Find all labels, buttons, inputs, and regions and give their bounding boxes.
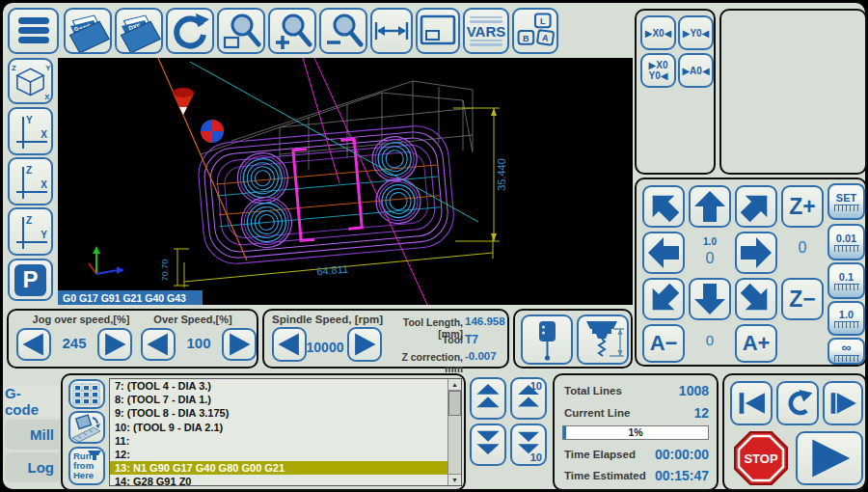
right-triangle-icon (100, 331, 129, 358)
scroll-up-10-button[interactable]: 10 (510, 377, 547, 420)
zero-axes-panel: ▶X0◀ ▶Y0◀ ▶X0Y0◀ ▶A0◀ (635, 9, 716, 175)
scrollbar-up-arrow[interactable]: ▲ (448, 379, 461, 391)
grid-icon (71, 382, 102, 407)
rewind-to-start-button[interactable] (730, 381, 773, 425)
over-speed-up-button[interactable] (222, 328, 257, 361)
zero-y-button[interactable]: ▶Y0◀ (678, 15, 714, 50)
gcode-scrollbar[interactable]: ▲ ▼ (448, 379, 461, 485)
zero-a-button[interactable]: ▶A0◀ (678, 53, 714, 88)
current-line-value: 12 (693, 405, 709, 421)
jog-speed-up-button[interactable] (97, 328, 132, 361)
gcode-line-current[interactable]: 13: N1 G90 G17 G40 G80 G00 G21 (110, 461, 448, 475)
svg-text:B: B (523, 34, 529, 43)
tab-mill[interactable]: Mill (5, 420, 60, 450)
over-speed-down-button[interactable] (141, 328, 176, 361)
open-dxf-button[interactable]: DXF (115, 8, 163, 54)
gcode-line[interactable]: 9: (TOOL 8 - DIA 3.175) (110, 406, 448, 420)
axis-triad (89, 246, 124, 274)
vars-button[interactable]: VARS (463, 8, 509, 54)
run-from-here-button[interactable]: Run from Here (68, 447, 105, 485)
zoom-in-button[interactable] (268, 8, 316, 54)
left-triangle-icon (275, 331, 304, 358)
gcode-line[interactable]: 11: (110, 434, 448, 448)
step-10-button[interactable]: 1.0 (827, 301, 865, 336)
jog-a-value: 0 (689, 332, 731, 357)
zero-xy-button[interactable]: ▶X0Y0◀ (640, 53, 676, 88)
park-button[interactable]: P (8, 259, 53, 301)
svg-text:L: L (540, 16, 546, 26)
zoom-window-button[interactable] (217, 8, 265, 54)
step-001-button[interactable]: 0.01 (827, 224, 865, 260)
jog-x-plus-button[interactable] (735, 232, 777, 274)
start-button[interactable] (796, 431, 863, 485)
jog-speed-down-button[interactable] (16, 328, 51, 361)
jog-down-right-button[interactable] (735, 278, 777, 320)
step-continuous-button[interactable]: ∞ (827, 338, 865, 365)
measure-button[interactable] (370, 8, 413, 54)
view-xz-button[interactable]: Z X (8, 157, 53, 205)
jog-a-plus-button[interactable]: A+ (735, 324, 777, 363)
rotate-workpiece-button[interactable] (68, 411, 105, 444)
spindle-speed-down-button[interactable] (272, 327, 307, 362)
reset-program-button[interactable] (776, 381, 819, 425)
stop-button[interactable]: STOP (732, 429, 790, 487)
single-step-button[interactable] (823, 381, 863, 425)
jog-over-speed-label: Jog over speed,[%] (18, 314, 144, 325)
open-gcode-button[interactable]: G-code (64, 8, 112, 54)
gcode-line[interactable]: 12: (110, 448, 448, 461)
jog-z-minus-button[interactable]: Z− (781, 278, 824, 320)
gcode-line[interactable]: 14: G28 G91 Z0 (110, 475, 448, 488)
dim-side-label: 70.70 (160, 260, 170, 282)
run-from-here-icon (88, 451, 101, 460)
jog-a-minus-button[interactable]: A− (642, 324, 685, 363)
tab-log[interactable]: Log (5, 452, 60, 482)
jog-z-plus-button[interactable]: Z+ (781, 185, 824, 228)
keyboard-button[interactable]: L B A (512, 8, 558, 54)
refresh-view-button[interactable] (166, 8, 214, 54)
jog-x-minus-button[interactable] (642, 232, 685, 274)
over-speed-value: 100 (177, 335, 220, 351)
view-iso-button[interactable]: Z Y X (8, 58, 53, 104)
probe-tool-button[interactable] (521, 314, 573, 365)
scrollbar-down-arrow[interactable]: ▼ (448, 474, 461, 485)
tab-gcode[interactable]: G-code (5, 386, 60, 417)
svg-text:A: A (542, 33, 550, 43)
jog-y-plus-button[interactable] (689, 185, 731, 228)
spindle-speed-up-button[interactable] (347, 327, 382, 362)
arrow-up-right-icon (737, 187, 775, 226)
ruler-icon (834, 321, 859, 328)
ruler-icon (834, 355, 859, 362)
zoom-out-icon (323, 11, 364, 51)
step-set-button[interactable]: SET (827, 183, 865, 220)
zero-x-button[interactable]: ▶X0◀ (640, 15, 676, 50)
zoom-out-button[interactable] (319, 8, 367, 54)
gcode-line[interactable]: 7: (TOOL 4 - DIA 3.) (110, 379, 448, 393)
jog-down-left-button[interactable] (642, 278, 685, 320)
grid-toggle-button[interactable] (68, 379, 105, 409)
view-xy-button[interactable]: Y X (8, 107, 53, 155)
gcode-listing[interactable]: 7: (TOOL 4 - DIA 3.) 8: (TOOL 7 - DIA 1.… (109, 378, 462, 486)
scrollbar-thumb[interactable] (448, 391, 461, 416)
fit-view-button[interactable] (416, 8, 460, 54)
scroll-down-button[interactable] (470, 424, 506, 466)
main-screen: G-code DXF (3, 3, 865, 489)
z-correction-label: Z correction, mm (386, 351, 463, 374)
jog-z-value: 0 (781, 239, 824, 266)
right-triangle-icon (225, 331, 254, 358)
jog-up-left-button[interactable] (642, 185, 685, 228)
menu-button[interactable] (8, 8, 59, 54)
gcode-line[interactable]: 10: (TOOL 9 - DIA 2.1) (110, 421, 448, 434)
jog-up-right-button[interactable] (735, 185, 777, 228)
xz-axes-icon: Z X (12, 160, 50, 203)
svg-text:Z: Z (26, 215, 32, 226)
jog-panel: Z+ 1.0 0 0 Z− A− 0 A+ SET (635, 178, 867, 367)
toolpath-canvas[interactable]: 35.440 64.811 70.70 (58, 58, 633, 305)
jog-y-minus-button[interactable] (689, 278, 731, 320)
arrow-up-icon (691, 187, 729, 226)
scroll-down-10-button[interactable]: 10 (510, 424, 547, 466)
gcode-line[interactable]: 8: (TOOL 7 - DIA 1.) (110, 393, 448, 406)
step-01-button[interactable]: 0.1 (827, 262, 865, 299)
view-yz-button[interactable]: Z Y (8, 207, 53, 256)
scroll-up-button[interactable] (470, 377, 506, 420)
tool-length-measure-button[interactable] (577, 314, 629, 365)
